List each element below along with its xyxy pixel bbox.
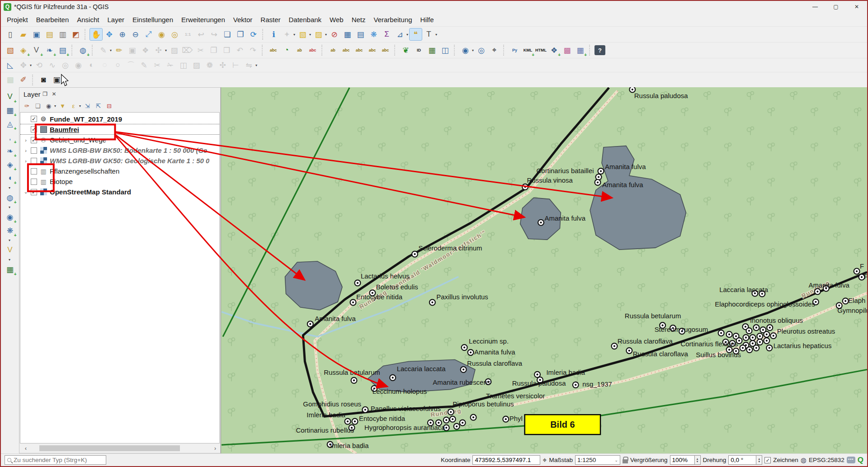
scroll-right-arrow[interactable]: › <box>212 445 219 452</box>
run-feature-action-dropdown[interactable]: ▾ <box>293 33 295 37</box>
layout-manager-icon[interactable]: ▥ <box>57 28 69 40</box>
add-wcs-layer-icon[interactable]: ◉+ <box>4 211 16 223</box>
menu-raster[interactable]: Raster <box>256 14 284 25</box>
panel-close-button[interactable]: ✕ <box>50 91 59 97</box>
menu-bearbeiten[interactable]: Bearbeiten <box>32 14 73 25</box>
new-shapefile-side-dropdown[interactable]: ▾ <box>9 258 10 262</box>
rotation-spinner[interactable]: ▲▼ <box>756 455 762 465</box>
zoom-native-icon[interactable]: 1:1 <box>182 28 194 40</box>
merge-feature-attributes-icon[interactable]: ▨ <box>190 59 203 71</box>
menu-ansicht[interactable]: Ansicht <box>73 14 103 25</box>
rotate-feature-icon[interactable]: ⟲ <box>33 59 45 71</box>
layer-visibility-checkbox[interactable]: ✓ <box>31 116 37 122</box>
new-bookmark-icon[interactable]: ❏ <box>221 28 233 40</box>
zoom-to-layer-icon[interactable]: ◎ <box>169 28 181 40</box>
layer-row-gebiet_und_wege[interactable]: ›✓✇Gebiet_und_Wege <box>20 135 219 145</box>
delete-part-icon[interactable]: ○ <box>112 59 124 71</box>
layer-visibility-checkbox[interactable]: ✓ <box>31 126 37 132</box>
offset-point-symbols-icon[interactable]: ✣ <box>217 59 229 71</box>
toggle-editing-icon[interactable]: ✏ <box>113 44 125 56</box>
evis-event-browser-icon[interactable]: ▩ <box>4 74 16 86</box>
coordinate-input[interactable] <box>472 455 540 465</box>
menu-hilfe[interactable]: Hilfe <box>416 14 438 25</box>
magnifier-input[interactable] <box>670 455 695 465</box>
menu-web[interactable]: Web <box>326 14 348 25</box>
copy-features-icon[interactable]: ❐ <box>208 44 220 56</box>
refresh-map-icon[interactable]: ⟳ <box>247 28 259 40</box>
table-manager-plugin-icon[interactable]: ▦+ <box>574 44 586 56</box>
select-by-value-icon[interactable]: ▨ <box>312 28 325 40</box>
scale-combo[interactable]: 1:1250 ⌄ <box>575 455 620 465</box>
zoom-out-icon[interactable]: ⊖ <box>129 28 142 40</box>
measure-line-dropdown[interactable]: ▾ <box>406 33 408 37</box>
layer-visibility-checkbox[interactable] <box>31 147 37 154</box>
select-features-icon[interactable]: ▧ <box>297 28 309 40</box>
filter-legend-icon[interactable]: ▼ <box>58 101 67 111</box>
python-console-icon[interactable]: Py <box>509 44 521 56</box>
add-feature-icon[interactable]: ❖ <box>139 44 151 56</box>
redo-edit-icon[interactable]: ↷ <box>247 44 259 56</box>
add-wfs-layer-dropdown[interactable]: ▾ <box>9 238 10 242</box>
kml-tools-icon[interactable]: KML+ <box>522 44 534 56</box>
map-sketch-tool-icon[interactable]: ✐ <box>17 74 29 86</box>
add-ring-icon[interactable]: ◎ <box>59 59 71 71</box>
lock-scale-icon[interactable] <box>623 459 628 463</box>
layer-row-wms[interactable]: ›WMS LGRB-BW GK50: Geologische Karte 1 :… <box>20 156 219 166</box>
layer-visibility-checkbox[interactable] <box>31 168 37 175</box>
open-attribute-table-icon[interactable]: ▦ <box>341 28 354 40</box>
add-ogr-layer-icon[interactable]: ◈+ <box>17 44 29 56</box>
simplify-feature-icon[interactable]: ∿ <box>46 59 58 71</box>
panel-float-button[interactable]: ❐ <box>41 91 50 97</box>
add-group-icon[interactable]: ❏ <box>33 101 42 111</box>
trim-extend-feature-icon[interactable]: ⊢ <box>230 59 242 71</box>
pan-to-selection-icon[interactable]: ✥ <box>103 28 115 40</box>
new-print-layout-icon[interactable]: ▤ <box>43 28 56 40</box>
menu-einstellungen[interactable]: Einstellungen <box>128 14 177 25</box>
collapse-all-icon[interactable]: ⇱ <box>94 101 103 111</box>
layer-visibility-checkbox[interactable] <box>31 158 37 164</box>
messages-icon[interactable]: ••• <box>847 457 855 463</box>
map-canvas[interactable]: Rundweg "Bannwald 'Waldmoor-Torfstich'"R… <box>221 87 867 453</box>
add-wfs-layer-icon[interactable]: ❋+ <box>4 225 16 236</box>
menu-layer[interactable]: Layer <box>103 14 128 25</box>
move-feature-icon[interactable]: ✥ <box>17 59 29 71</box>
menu-verarbeitung[interactable]: Verarbeitung <box>370 14 416 25</box>
add-wms-wmts-layer-dropdown[interactable]: ▾ <box>9 205 10 209</box>
add-virtual-table-icon[interactable]: ▦+ <box>4 264 16 275</box>
pan-map-icon[interactable]: ✋ <box>90 28 102 40</box>
db-manager-icon[interactable]: ◫ <box>439 44 451 56</box>
split-parts-icon[interactable]: ✁ <box>164 59 176 71</box>
remove-layer-icon[interactable]: ⊟ <box>104 101 114 111</box>
delete-selected-icon[interactable]: ⌦ <box>181 44 193 56</box>
help-contents-icon[interactable]: ? <box>594 45 605 55</box>
layer-labeling-options-icon[interactable]: abc <box>267 44 279 56</box>
attribute-grid-plugin-icon[interactable]: ▩ <box>561 44 573 56</box>
grass-tools-icon[interactable]: ❦ <box>400 44 412 56</box>
paste-features-icon[interactable]: ❒ <box>221 44 233 56</box>
new-spatialite-layer-icon[interactable]: ❧+ <box>43 44 56 56</box>
undo-edit-icon[interactable]: ↶ <box>234 44 246 56</box>
reverse-line-icon[interactable]: ⇋ <box>243 59 255 71</box>
metasearch-catalog-dropdown[interactable]: ▾ <box>472 48 474 52</box>
maximize-button[interactable]: ▢ <box>826 1 846 13</box>
offset-curve-icon[interactable]: ⌒ <box>125 59 137 71</box>
reshape-features-icon[interactable]: ✎ <box>138 59 150 71</box>
add-postgis-layer-dropdown[interactable]: ▾ <box>9 186 10 190</box>
change-label-icon[interactable]: abc <box>379 44 392 56</box>
layer-row-baumfrei[interactable]: ✓Baumfrei <box>20 124 219 135</box>
magnifier-spinner[interactable]: ▲▼ <box>695 455 701 465</box>
minimize-button[interactable]: — <box>805 1 826 13</box>
layer-row-funde_wt_2017_2019[interactable]: ✓⊚Funde_WT_2017_2019 <box>20 114 219 124</box>
cut-features-icon[interactable]: ✂ <box>194 44 207 56</box>
new-shapefile-layer-icon[interactable]: V+ <box>30 44 42 56</box>
expander-icon[interactable]: ⌄ <box>23 189 28 195</box>
cad-tools-icon[interactable]: ◺ <box>4 59 16 71</box>
merge-features-icon[interactable]: ◫ <box>177 59 189 71</box>
move-label-icon[interactable]: abc <box>353 44 365 56</box>
scroll-left-arrow[interactable]: ‹ <box>22 445 29 452</box>
add-delimited-text-layer-icon[interactable]: ,+ <box>4 132 16 143</box>
rotate-label-icon[interactable]: abc <box>366 44 378 56</box>
photo-layer-plugin-icon[interactable]: ▦ <box>426 44 438 56</box>
import-photos-icon[interactable]: ◙ <box>38 74 50 86</box>
click-photos-icon[interactable]: ▣ <box>51 74 63 86</box>
